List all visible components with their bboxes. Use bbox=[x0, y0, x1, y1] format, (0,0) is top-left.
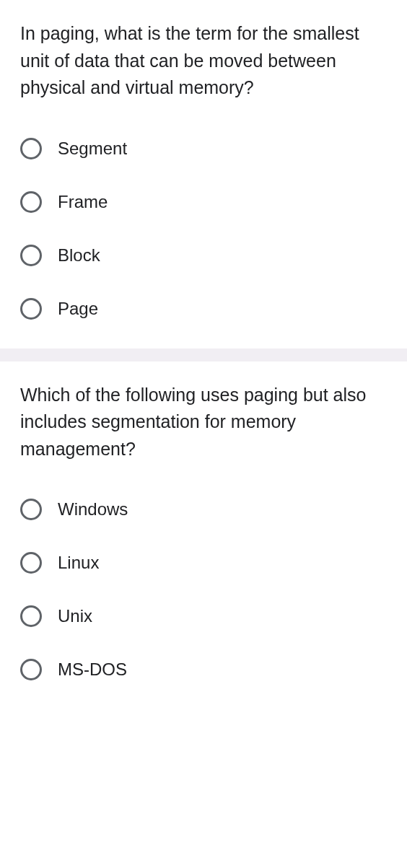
option-label: MS-DOS bbox=[58, 659, 127, 680]
radio-option[interactable]: Unix bbox=[20, 605, 387, 627]
radio-option[interactable]: Frame bbox=[20, 191, 387, 213]
option-label: Page bbox=[58, 299, 98, 319]
option-label: Windows bbox=[58, 499, 128, 520]
radio-option[interactable]: Segment bbox=[20, 138, 387, 159]
radio-option[interactable]: MS-DOS bbox=[20, 659, 387, 680]
radio-icon bbox=[20, 298, 42, 320]
question-text: In paging, what is the term for the smal… bbox=[20, 20, 387, 102]
radio-option[interactable]: Page bbox=[20, 298, 387, 320]
divider bbox=[0, 348, 407, 361]
options-list: Windows Linux Unix MS-DOS bbox=[20, 499, 387, 680]
radio-option[interactable]: Block bbox=[20, 245, 387, 266]
option-label: Linux bbox=[58, 553, 99, 573]
question-text: Which of the following uses paging but a… bbox=[20, 382, 387, 463]
radio-option[interactable]: Linux bbox=[20, 552, 387, 574]
radio-icon bbox=[20, 552, 42, 574]
option-label: Segment bbox=[58, 139, 127, 159]
radio-icon bbox=[20, 138, 42, 159]
radio-option[interactable]: Windows bbox=[20, 499, 387, 520]
radio-icon bbox=[20, 605, 42, 627]
option-label: Unix bbox=[58, 606, 92, 626]
question-block-1: In paging, what is the term for the smal… bbox=[0, 0, 407, 348]
radio-icon bbox=[20, 245, 42, 266]
question-block-2: Which of the following uses paging but a… bbox=[0, 361, 407, 710]
option-label: Frame bbox=[58, 192, 108, 212]
radio-icon bbox=[20, 191, 42, 213]
radio-icon bbox=[20, 499, 42, 520]
options-list: Segment Frame Block Page bbox=[20, 138, 387, 320]
option-label: Block bbox=[58, 245, 100, 266]
radio-icon bbox=[20, 659, 42, 680]
